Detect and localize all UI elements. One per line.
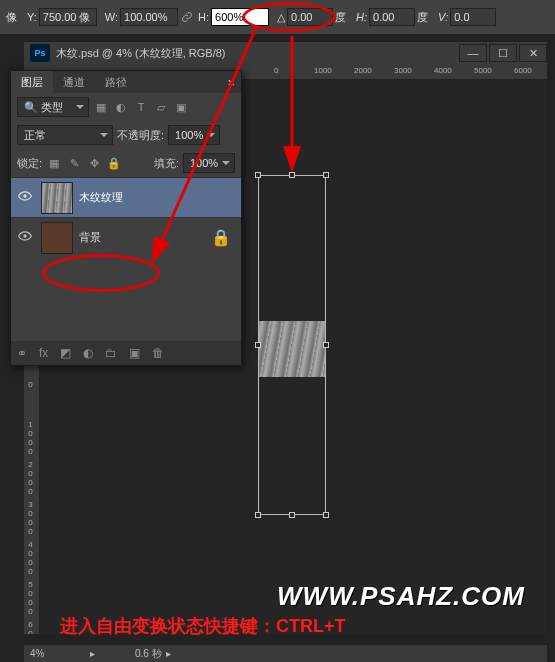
options-angle-input[interactable]: [287, 8, 333, 26]
lock-icon: 🔒: [205, 228, 237, 247]
layer-thumbnail[interactable]: [41, 182, 73, 214]
lock-pixel-icon[interactable]: ✎: [66, 155, 82, 171]
transform-handle-s[interactable]: [289, 512, 295, 518]
options-skew-h-unit: 度: [417, 10, 428, 25]
tab-paths[interactable]: 路径: [95, 71, 137, 93]
visibility-toggle[interactable]: [15, 189, 35, 207]
layers-list: 木纹纹理 背景 🔒: [11, 177, 241, 257]
lock-transparency-icon[interactable]: ▦: [46, 155, 62, 171]
annotation-text: 进入自由变换状态快捷键：CTRL+T: [60, 614, 346, 638]
zoom-level[interactable]: 4%: [30, 648, 90, 659]
trash-icon[interactable]: 🗑: [152, 346, 164, 360]
eye-icon: [18, 189, 32, 203]
link-wh-icon[interactable]: [180, 10, 194, 24]
ruler-tick: 4000: [27, 540, 34, 576]
new-layer-icon[interactable]: ▣: [129, 346, 140, 360]
options-h-label: H:: [198, 11, 209, 23]
svg-point-1: [23, 234, 27, 238]
ruler-tick: 6000: [27, 620, 34, 634]
document-titlebar: Ps 木纹.psd @ 4% (木纹纹理, RGB/8) — ☐ ✕: [24, 42, 547, 64]
fill-input[interactable]: 100%: [183, 153, 235, 173]
ruler-tick: 3000: [27, 500, 34, 536]
angle-icon: △: [277, 11, 285, 24]
options-w-label: W:: [105, 11, 118, 23]
layer-name[interactable]: 背景: [79, 230, 205, 245]
free-transform-box[interactable]: [258, 175, 326, 515]
eye-icon: [18, 229, 32, 243]
filter-adjust-icon[interactable]: ◐: [113, 99, 129, 115]
layer-filter-kind-label: 类型: [41, 100, 63, 115]
ruler-tick: 4000: [434, 66, 452, 75]
adjustment-icon[interactable]: ◐: [83, 346, 93, 360]
transform-handle-sw[interactable]: [255, 512, 261, 518]
ruler-tick: 1000: [27, 420, 34, 456]
link-layers-icon[interactable]: ⚭: [17, 346, 27, 360]
lock-all-icon[interactable]: 🔒: [106, 155, 122, 171]
close-button[interactable]: ✕: [519, 44, 547, 62]
mask-icon[interactable]: ◩: [60, 346, 71, 360]
filter-pixel-icon[interactable]: ▦: [93, 99, 109, 115]
opacity-label: 不透明度:: [117, 128, 164, 143]
svg-point-0: [23, 194, 27, 198]
options-y-prefix: 像: [6, 10, 17, 25]
layer-row-background[interactable]: 背景 🔒: [11, 217, 241, 257]
options-skew-h-label: H:: [356, 11, 367, 23]
options-skew-h-input[interactable]: [369, 8, 415, 26]
layer-content-preview: [259, 321, 325, 377]
fill-value: 100%: [190, 157, 218, 169]
ruler-tick: 2000: [27, 460, 34, 496]
filter-type-icon[interactable]: T: [133, 99, 149, 115]
group-icon[interactable]: 🗀: [105, 346, 117, 360]
transform-handle-e[interactable]: [323, 342, 329, 348]
ruler-tick: 5000: [27, 580, 34, 616]
blend-mode-select[interactable]: 正常: [17, 125, 113, 145]
fx-icon[interactable]: fx: [39, 346, 48, 360]
layer-row-wood[interactable]: 木纹纹理: [11, 177, 241, 217]
photoshop-icon: Ps: [30, 44, 50, 62]
panel-collapse-button[interactable]: ×: [221, 75, 241, 90]
transform-handle-w[interactable]: [255, 342, 261, 348]
transform-handle-se[interactable]: [323, 512, 329, 518]
options-w-input[interactable]: [120, 8, 178, 26]
status-time: 0.6 秒: [135, 647, 162, 661]
options-skew-v-input[interactable]: [450, 8, 496, 26]
ruler-tick: 0: [274, 66, 278, 75]
options-y-input[interactable]: [39, 8, 97, 26]
visibility-toggle[interactable]: [15, 229, 35, 247]
options-angle-unit: 度: [335, 10, 346, 25]
document-title: 木纹.psd @ 4% (木纹纹理, RGB/8): [56, 46, 457, 61]
transform-handle-n[interactable]: [289, 172, 295, 178]
ruler-tick: 3000: [394, 66, 412, 75]
panel-tabs: 图层 通道 路径 ×: [11, 71, 241, 93]
blend-mode-value: 正常: [24, 128, 46, 143]
expand-icon[interactable]: ▸: [90, 648, 95, 659]
tab-channels[interactable]: 通道: [53, 71, 95, 93]
ruler-tick: 2000: [354, 66, 372, 75]
watermark-text: WWW.PSAHZ.COM: [277, 581, 525, 612]
filter-shape-icon[interactable]: ▱: [153, 99, 169, 115]
opacity-value: 100%: [175, 129, 203, 141]
transform-handle-nw[interactable]: [255, 172, 261, 178]
options-y-label: Y:: [27, 11, 37, 23]
lock-position-icon[interactable]: ✥: [86, 155, 102, 171]
options-h-input[interactable]: [211, 8, 269, 26]
expand-icon[interactable]: ▸: [166, 648, 171, 659]
maximize-button[interactable]: ☐: [489, 44, 517, 62]
ruler-tick: 0: [27, 380, 34, 389]
layers-panel-footer: ⚭ fx ◩ ◐ 🗀 ▣ 🗑: [11, 341, 241, 365]
minimize-button[interactable]: —: [459, 44, 487, 62]
lock-label: 锁定:: [17, 156, 42, 171]
fill-label: 填充:: [154, 156, 179, 171]
ruler-tick: 6000: [514, 66, 532, 75]
filter-smart-icon[interactable]: ▣: [173, 99, 189, 115]
status-bar: 4% ▸ 0.6 秒 ▸: [24, 644, 547, 662]
ruler-tick: 1000: [314, 66, 332, 75]
tab-layers[interactable]: 图层: [11, 71, 53, 93]
layer-thumbnail[interactable]: [41, 222, 73, 254]
layer-filter-kind[interactable]: 🔍 类型: [17, 97, 89, 117]
options-bar: 像 Y: W: H: △ 度 H: 度 V:: [0, 0, 555, 34]
layer-name[interactable]: 木纹纹理: [79, 190, 237, 205]
transform-handle-ne[interactable]: [323, 172, 329, 178]
options-skew-v-label: V:: [438, 11, 448, 23]
opacity-input[interactable]: 100%: [168, 125, 220, 145]
